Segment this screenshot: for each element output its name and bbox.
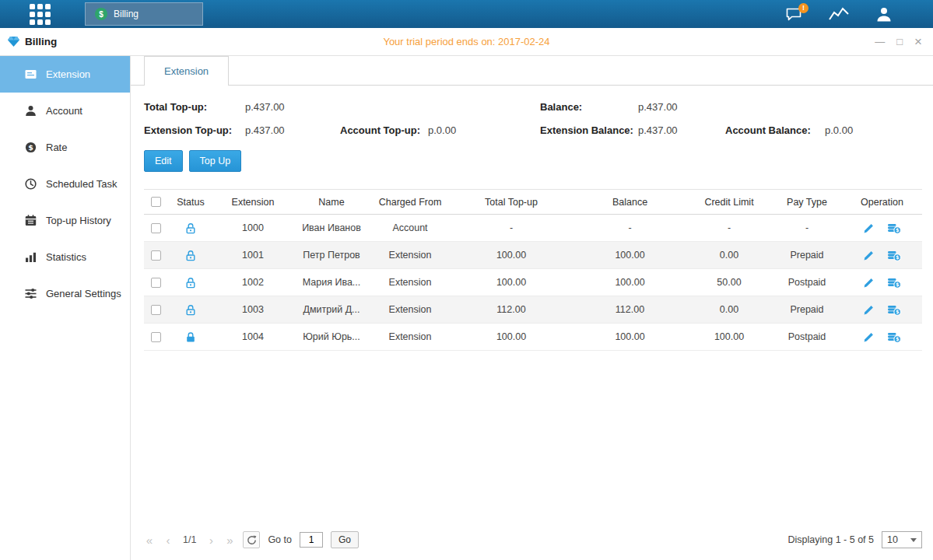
svg-text:$: $ — [896, 227, 900, 233]
sidebar-item-statistics[interactable]: Statistics — [0, 239, 130, 275]
row-checkbox[interactable] — [151, 250, 161, 261]
edit-row-icon[interactable] — [863, 250, 875, 261]
window-title: Billing — [25, 36, 57, 47]
status-unlocked-icon — [185, 277, 196, 289]
cell-charged-from: Extension — [371, 296, 449, 323]
table-row[interactable]: 1004 Юрий Юрь... Extension 100.00 100.00… — [144, 324, 922, 351]
page-indicator: 1/1 — [183, 534, 196, 545]
cell-extension: 1001 — [214, 242, 292, 268]
last-page-button[interactable]: » — [224, 534, 235, 547]
select-all-checkbox[interactable] — [151, 197, 161, 207]
maximize-button[interactable]: □ — [896, 37, 903, 47]
taskbar-tab-billing[interactable]: $ Billing — [85, 2, 203, 26]
notifications-button[interactable]: ! — [785, 7, 802, 22]
edit-row-icon[interactable] — [863, 277, 875, 289]
table-row[interactable]: 1001 Петр Петров Extension 100.00 100.00… — [144, 242, 922, 269]
summary-label: Account Top-up: — [340, 124, 428, 136]
top-up-row-icon[interactable]: $ — [887, 250, 901, 261]
sidebar-item-general-settings[interactable]: General Settings — [0, 275, 130, 312]
summary-value: p.437.00 — [638, 124, 678, 136]
first-page-button[interactable]: « — [144, 534, 155, 547]
cell-credit-limit: - — [686, 215, 772, 241]
cell-balance: 100.00 — [573, 269, 686, 296]
prev-page-button[interactable]: ‹ — [163, 534, 174, 547]
sliders-icon — [24, 287, 37, 300]
person-icon — [24, 104, 37, 117]
row-checkbox[interactable] — [151, 305, 161, 315]
col-header-charged-from: Charged From — [371, 190, 449, 214]
top-up-row-icon[interactable]: $ — [887, 331, 901, 343]
resource-monitor-button[interactable] — [829, 7, 849, 21]
cell-total-topup: - — [449, 215, 573, 241]
table-row[interactable]: 1000 Иван Иванов Account - - - - $ — [144, 215, 922, 242]
cell-credit-limit: 100.00 — [686, 324, 772, 350]
table-row[interactable]: 1002 Мария Ива... Extension 100.00 100.0… — [144, 269, 922, 296]
row-checkbox[interactable] — [151, 332, 161, 342]
sidebar-item-rate[interactable]: $ Rate — [0, 129, 130, 166]
apps-menu-button[interactable] — [30, 4, 51, 25]
row-checkbox[interactable] — [151, 278, 161, 288]
cell-pay-type: - — [772, 215, 842, 241]
edit-row-icon[interactable] — [863, 222, 875, 234]
summary-label: Extension Balance: — [540, 124, 638, 136]
sidebar-item-extension[interactable]: Extension — [0, 56, 130, 93]
sidebar-item-account[interactable]: Account — [0, 93, 130, 129]
svg-text:$: $ — [896, 282, 900, 288]
col-header-status: Status — [167, 190, 214, 214]
refresh-button[interactable] — [243, 531, 260, 548]
edit-button[interactable]: Edit — [144, 150, 183, 172]
summary-label: Balance: — [540, 101, 638, 113]
displaying-info: Displaying 1 - 5 of 5 — [788, 534, 874, 545]
summary-value: p.0.00 — [825, 124, 853, 136]
cell-name: Юрий Юрь... — [292, 324, 371, 350]
cell-name: Дмитрий Д... — [292, 296, 371, 323]
table-row[interactable]: 1003 Дмитрий Д... Extension 112.00 112.0… — [144, 296, 922, 324]
row-checkbox[interactable] — [151, 223, 161, 233]
col-header-operation: Operation — [842, 190, 922, 214]
svg-text:$: $ — [896, 336, 900, 342]
summary-extension-balance: Extension Balance: p.437.00 — [540, 124, 725, 136]
user-menu-button[interactable] — [875, 6, 893, 22]
sidebar-item-scheduled-task[interactable]: Scheduled Task — [0, 166, 130, 202]
cell-extension: 1003 — [214, 296, 292, 323]
cell-name: Петр Петров — [292, 242, 371, 268]
sidebar: Extension Account $ Rate — [0, 56, 131, 560]
top-up-button[interactable]: Top Up — [189, 150, 242, 172]
top-up-row-icon[interactable]: $ — [887, 222, 901, 234]
trial-notice: Your trial period ends on: 2017-02-24 — [0, 36, 933, 47]
close-button[interactable]: × — [914, 35, 922, 48]
summary-value: p.437.00 — [638, 101, 678, 113]
clock-icon — [24, 177, 37, 191]
cell-balance: 100.00 — [573, 242, 686, 268]
col-header-name: Name — [292, 190, 371, 214]
summary-label: Extension Top-up: — [144, 124, 245, 136]
cell-pay-type: Prepaid — [772, 242, 842, 268]
sidebar-item-label: Rate — [46, 142, 67, 153]
table-header-row: Status Extension Name Charged From Total… — [144, 189, 922, 215]
sidebar-item-label: Scheduled Task — [46, 178, 118, 190]
sidebar-item-label: Statistics — [46, 251, 86, 263]
tab-extension[interactable]: Extension — [144, 56, 229, 86]
top-up-row-icon[interactable]: $ — [887, 304, 901, 316]
page-size-select[interactable]: 10 — [882, 531, 922, 548]
summary-account-topup: Account Top-up: p.0.00 — [340, 124, 540, 136]
cell-charged-from: Extension — [371, 324, 449, 350]
edit-row-icon[interactable] — [863, 304, 875, 316]
cell-credit-limit: 0.00 — [686, 296, 772, 323]
edit-row-icon[interactable] — [863, 331, 875, 343]
minimize-button[interactable]: — — [875, 37, 885, 47]
refresh-icon — [247, 535, 257, 545]
summary-value: p.437.00 — [245, 101, 285, 113]
summary-value: p.437.00 — [245, 124, 285, 136]
summary-label: Total Top-up: — [144, 101, 245, 113]
top-up-row-icon[interactable]: $ — [887, 277, 901, 289]
notification-badge: ! — [798, 3, 808, 13]
sidebar-item-topup-history[interactable]: Top-up History — [0, 202, 130, 239]
col-header-extension: Extension — [214, 190, 292, 214]
cell-total-topup: 100.00 — [449, 242, 573, 268]
cell-name: Иван Иванов — [292, 215, 371, 241]
next-page-button[interactable]: › — [205, 534, 216, 547]
sidebar-item-label: General Settings — [46, 288, 121, 299]
go-button[interactable]: Go — [331, 531, 359, 548]
goto-input[interactable] — [300, 532, 323, 548]
